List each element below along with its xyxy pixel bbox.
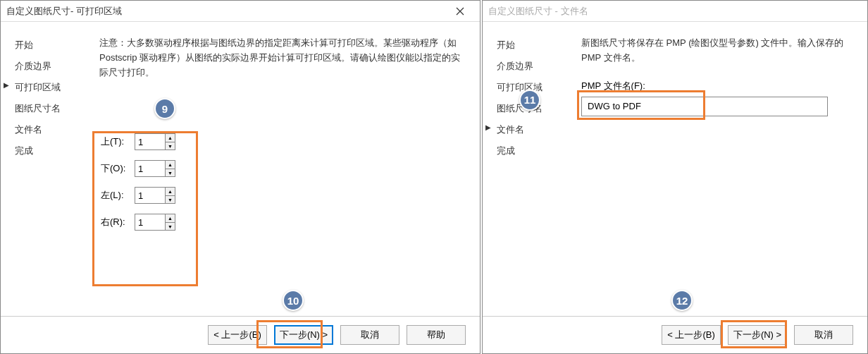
margin-row-right: 右(R): ▲ ▼ [101, 214, 466, 231]
margin-bottom-label: 下(O): [101, 162, 128, 175]
sidebar-step-media[interactable]: 介质边界 [497, 60, 567, 73]
margin-right-down[interactable]: ▼ [166, 223, 175, 231]
sidebar-step-printable[interactable]: 可打印区域 [15, 81, 85, 94]
sidebar-step-media[interactable]: 介质边界 [15, 60, 85, 73]
margin-left-down[interactable]: ▼ [166, 196, 175, 204]
margin-bottom-down[interactable]: ▼ [166, 169, 175, 177]
margin-right-spinner[interactable]: ▲ ▼ [135, 214, 175, 231]
main-content: 新图纸尺寸将保存在 PMP (绘图仪型号参数) 文件中。输入保存的 PMP 文件… [567, 36, 853, 316]
titlebar: 自定义图纸尺寸 - 文件名 [483, 1, 867, 22]
wizard-sidebar: 开始 介质边界 可打印区域 图纸尺寸名 文件名 完成 [15, 36, 85, 316]
sidebar-step-finish[interactable]: 完成 [497, 145, 567, 157]
margin-right-input[interactable] [135, 214, 165, 230]
margin-row-top: 上(T): ▲ ▼ [101, 133, 466, 150]
sidebar-step-start[interactable]: 开始 [497, 39, 567, 51]
cancel-button[interactable]: 取消 [340, 325, 399, 345]
pmp-filename-input[interactable] [581, 97, 828, 116]
margin-row-bottom: 下(O): ▲ ▼ [101, 160, 466, 177]
dialog-title: 自定义图纸尺寸- 可打印区域 [6, 5, 122, 18]
next-button[interactable]: 下一步(N) > [274, 325, 333, 345]
sidebar-step-finish[interactable]: 完成 [15, 145, 85, 157]
pmp-filename-label: PMP 文件名(F): [581, 80, 853, 92]
titlebar: 自定义图纸尺寸- 可打印区域 [1, 1, 480, 22]
back-button[interactable]: < 上一步(B) [662, 325, 721, 345]
margin-left-spinner[interactable]: ▲ ▼ [135, 187, 175, 204]
sidebar-step-filename[interactable]: 文件名 [497, 123, 567, 136]
main-content: 注意：大多数驱动程序根据与图纸边界的指定距离来计算可打印区域。某些驱动程序（如 … [85, 36, 466, 316]
margin-left-input[interactable] [135, 188, 165, 203]
margin-bottom-input[interactable] [135, 161, 165, 176]
margin-row-left: 左(L): ▲ ▼ [101, 187, 466, 204]
annotation-badge-9: 9 [154, 98, 175, 119]
close-button[interactable] [446, 1, 474, 21]
annotation-badge-12: 12 [671, 290, 693, 311]
next-button[interactable]: 下一步(N) > [728, 325, 787, 345]
dialog-title: 自定义图纸尺寸 - 文件名 [488, 5, 588, 18]
margin-top-input[interactable] [135, 134, 165, 149]
button-bar: 10 < 上一步(B) 下一步(N) > 取消 帮助 [1, 316, 480, 353]
margin-right-label: 右(R): [101, 216, 128, 228]
margin-bottom-up[interactable]: ▲ [166, 161, 175, 169]
sidebar-step-papername[interactable]: 图纸尺寸名 [15, 102, 85, 115]
description-text: 注意：大多数驱动程序根据与图纸边界的指定距离来计算可打印区域。某些驱动程序（如 … [99, 36, 466, 80]
sidebar-step-start[interactable]: 开始 [15, 39, 85, 51]
sidebar-step-filename[interactable]: 文件名 [15, 123, 85, 136]
dialog-printable-area: 自定义图纸尺寸- 可打印区域 开始 介质边界 可打印区域 图纸尺寸名 文件名 完… [0, 0, 480, 354]
close-icon [456, 7, 464, 16]
help-button[interactable]: 帮助 [407, 325, 466, 345]
margin-left-up[interactable]: ▲ [166, 188, 175, 196]
margin-left-label: 左(L): [101, 189, 128, 202]
margin-right-up[interactable]: ▲ [166, 214, 175, 223]
cancel-button[interactable]: 取消 [794, 325, 853, 345]
margin-bottom-spinner[interactable]: ▲ ▼ [135, 160, 175, 177]
annotation-badge-10: 10 [283, 290, 304, 311]
margin-top-up[interactable]: ▲ [166, 134, 175, 142]
back-button[interactable]: < 上一步(B) [208, 325, 267, 345]
description-text: 新图纸尺寸将保存在 PMP (绘图仪型号参数) 文件中。输入保存的 PMP 文件… [581, 36, 853, 66]
margin-top-label: 上(T): [101, 135, 128, 148]
margin-top-spinner[interactable]: ▲ ▼ [135, 133, 175, 150]
dialog-filename: 自定义图纸尺寸 - 文件名 开始 介质边界 可打印区域 图纸尺寸名 文件名 完成… [482, 0, 868, 354]
wizard-sidebar: 开始 介质边界 可打印区域 图纸尺寸名 文件名 完成 [497, 36, 567, 316]
button-bar: 12 < 上一步(B) 下一步(N) > 取消 [483, 316, 867, 353]
annotation-badge-11: 11 [519, 90, 540, 111]
margin-top-down[interactable]: ▼ [166, 142, 175, 150]
